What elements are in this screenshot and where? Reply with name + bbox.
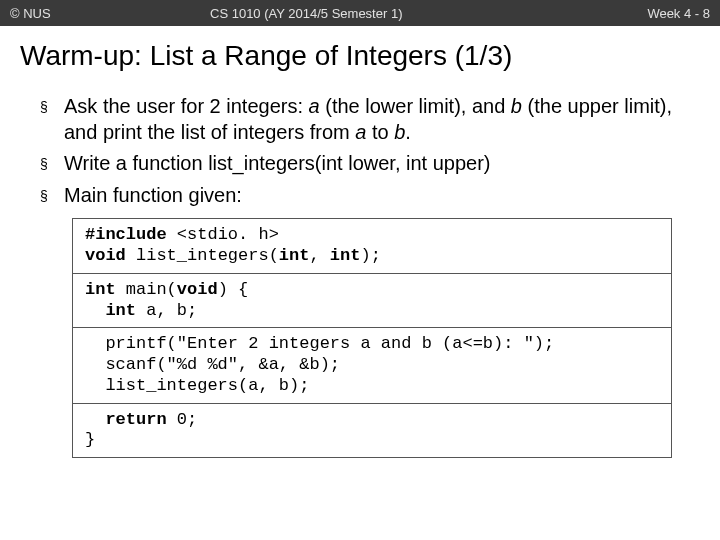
text: list_integers( bbox=[126, 246, 279, 265]
var-a: a bbox=[309, 95, 320, 117]
kw: int bbox=[105, 301, 136, 320]
code-line: return 0; } bbox=[85, 410, 659, 451]
code-section-3: printf("Enter 2 integers a and b (a<=b):… bbox=[73, 328, 671, 403]
bullet-3-text: Main function given: bbox=[64, 183, 690, 209]
var-a: a bbox=[355, 121, 366, 143]
var-b: b bbox=[394, 121, 405, 143]
text: main( bbox=[116, 280, 177, 299]
bullet-3: § Main function given: bbox=[40, 183, 690, 209]
var-b: b bbox=[511, 95, 522, 117]
text: <stdio. h> bbox=[177, 225, 279, 244]
text: 0; bbox=[167, 410, 198, 429]
text: to bbox=[366, 121, 394, 143]
text: , bbox=[309, 246, 329, 265]
text: ) { bbox=[218, 280, 249, 299]
bullet-1-text: Ask the user for 2 integers: a (the lowe… bbox=[64, 94, 690, 145]
kw: return bbox=[105, 410, 166, 429]
text: Ask the user for 2 integers: bbox=[64, 95, 309, 117]
code-line: printf("Enter 2 integers a and b (a<=b):… bbox=[85, 334, 659, 396]
text: } bbox=[85, 430, 95, 449]
header-week: Week 4 - 8 bbox=[610, 6, 710, 21]
slide-header: © NUS CS 1010 (AY 2014/5 Semester 1) Wee… bbox=[0, 0, 720, 26]
code-section-2: int main(void) { int a, b; bbox=[73, 274, 671, 328]
text: printf("Enter 2 integers a and b (a<=b):… bbox=[85, 334, 554, 353]
bullet-square-icon: § bbox=[40, 183, 64, 209]
text: list_integers(a, b); bbox=[85, 376, 309, 395]
kw: void bbox=[85, 246, 126, 265]
kw: #include bbox=[85, 225, 177, 244]
kw: int bbox=[85, 280, 116, 299]
kw: void bbox=[177, 280, 218, 299]
text bbox=[85, 301, 105, 320]
text: . bbox=[405, 121, 411, 143]
bullet-square-icon: § bbox=[40, 94, 64, 145]
slide-content: § Ask the user for 2 integers: a (the lo… bbox=[0, 84, 720, 458]
text bbox=[85, 410, 105, 429]
kw: int bbox=[279, 246, 310, 265]
code-line: int main(void) { int a, b; bbox=[85, 280, 659, 321]
header-copyright: © NUS bbox=[10, 6, 210, 21]
code-line: #include <stdio. h> void list_integers(i… bbox=[85, 225, 659, 266]
bullet-2: § Write a function list_integers(int low… bbox=[40, 151, 690, 177]
text: ); bbox=[360, 246, 380, 265]
slide-title: Warm-up: List a Range of Integers (1/3) bbox=[0, 26, 720, 84]
bullet-2-text: Write a function list_integers(int lower… bbox=[64, 151, 690, 177]
bullet-square-icon: § bbox=[40, 151, 64, 177]
header-course: CS 1010 (AY 2014/5 Semester 1) bbox=[210, 6, 610, 21]
text: scanf("%d %d", &a, &b); bbox=[85, 355, 340, 374]
bullet-1: § Ask the user for 2 integers: a (the lo… bbox=[40, 94, 690, 145]
kw: int bbox=[330, 246, 361, 265]
code-section-4: return 0; } bbox=[73, 404, 671, 457]
text: a, b; bbox=[136, 301, 197, 320]
text: (the lower limit), and bbox=[320, 95, 511, 117]
code-box: #include <stdio. h> void list_integers(i… bbox=[72, 218, 672, 458]
code-section-1: #include <stdio. h> void list_integers(i… bbox=[73, 219, 671, 273]
